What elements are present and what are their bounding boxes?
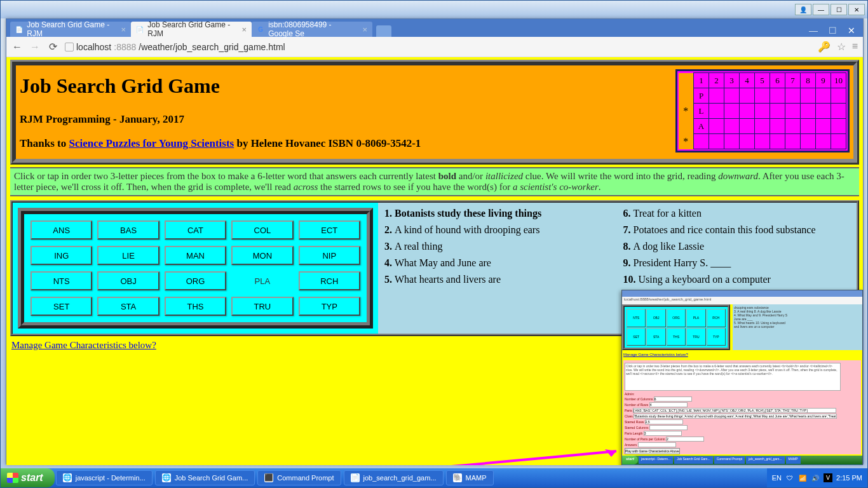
browser-minimize-button[interactable]: —	[804, 24, 822, 37]
taskbar-item[interactable]: 🌐Job Search Grid Gam...	[155, 470, 255, 485]
os-maximize-button[interactable]: ☐	[831, 4, 847, 15]
user-icon[interactable]: 👤	[795, 4, 811, 15]
word-part-button[interactable]: SET	[31, 297, 92, 316]
shield-icon[interactable]: 🛡	[785, 473, 794, 482]
word-part-button[interactable]: ANS	[31, 220, 92, 240]
close-icon[interactable]: ×	[362, 25, 367, 34]
grid-cell[interactable]	[816, 119, 831, 134]
grid-cell[interactable]	[816, 88, 831, 104]
taskbar-item[interactable]: 📄job_search_grid_gam...	[344, 470, 444, 485]
grid-cell[interactable]	[740, 104, 755, 119]
grid-cell[interactable]	[755, 88, 770, 104]
grid-cell[interactable]	[785, 88, 801, 104]
word-part-button[interactable]: THS	[165, 297, 226, 316]
browser-close-button[interactable]: ✕	[843, 24, 860, 37]
grid-cell[interactable]	[724, 119, 740, 134]
grid-cell[interactable]	[785, 104, 801, 119]
grid-cell[interactable]	[694, 134, 709, 149]
os-minimize-button[interactable]: —	[813, 4, 829, 15]
manage-characteristics-link[interactable]: Manage Game Characteristics below?	[11, 340, 156, 350]
system-tray[interactable]: EN 🛡 📶 🔊 Ⅴ 2:15 PM	[767, 468, 867, 487]
grid-cell[interactable]	[785, 134, 801, 149]
word-part-button[interactable]: COL	[231, 220, 293, 240]
clock[interactable]: 2:15 PM	[836, 474, 862, 482]
thanks-link[interactable]: Science Puzzles for Young Scientists	[69, 137, 234, 149]
overlay-part: STA	[646, 328, 665, 346]
browser-maximize-button[interactable]: ☐	[824, 24, 841, 37]
word-part-button[interactable]: MAN	[165, 246, 226, 265]
grid-cell[interactable]	[801, 134, 816, 149]
browser-tab[interactable]: 📄 Job Search Grid Game - RJM ×	[10, 22, 131, 37]
grid-cell[interactable]	[709, 134, 724, 149]
word-part-button[interactable]: TYP	[299, 297, 360, 316]
star-icon[interactable]: ☆	[837, 41, 846, 53]
app-tray-icon[interactable]: Ⅴ	[824, 473, 832, 482]
close-icon[interactable]: ×	[241, 25, 247, 34]
word-part-button[interactable]: ORG	[165, 271, 226, 290]
grid-cell[interactable]	[724, 134, 740, 149]
grid-cell[interactable]	[709, 119, 724, 134]
close-icon[interactable]: ×	[121, 25, 126, 34]
grid-cell[interactable]	[724, 88, 740, 104]
start-button[interactable]: start	[1, 468, 55, 487]
grid-cell[interactable]	[709, 104, 724, 119]
word-part-button[interactable]: NTS	[31, 271, 92, 290]
grid-cell[interactable]	[724, 104, 740, 119]
word-part-button[interactable]: ING	[31, 246, 92, 265]
grid-cell[interactable]	[709, 88, 724, 104]
overlay-parts-field	[633, 408, 836, 413]
word-part-button[interactable]: TRU	[231, 297, 293, 316]
browser-tab-active[interactable]: 📄 Job Search Grid Game - RJM ×	[131, 22, 252, 37]
word-part-button[interactable]: ECT	[299, 220, 360, 240]
grid-cell[interactable]: A	[694, 119, 709, 134]
reload-button[interactable]: ⟳	[47, 41, 58, 53]
browser-tab[interactable]: G isbn:0806958499 - Google Se ×	[252, 22, 372, 37]
url-field[interactable]: localhost:8888/weather/job_search_grid_g…	[65, 42, 811, 52]
back-button[interactable]: ←	[11, 41, 23, 53]
grid-cell[interactable]	[740, 119, 755, 134]
grid-cell[interactable]	[816, 134, 831, 149]
grid-cell[interactable]	[770, 134, 785, 149]
language-indicator[interactable]: EN	[772, 474, 782, 482]
os-close-button[interactable]: ✕	[848, 4, 865, 15]
word-part-button[interactable]: NIP	[299, 246, 360, 265]
grid-cell[interactable]	[801, 104, 816, 119]
grid-cell[interactable]: L	[694, 104, 709, 119]
grid-cell[interactable]	[770, 119, 785, 134]
grid-cell[interactable]	[831, 119, 846, 134]
word-part-button[interactable]: MON	[231, 246, 293, 265]
grid-cell[interactable]: P	[694, 88, 709, 104]
grid-cell[interactable]	[755, 119, 770, 134]
clue-item: 9. President Harry S. ____	[623, 257, 851, 269]
word-part-button[interactable]: STA	[97, 297, 159, 316]
site-info-icon[interactable]	[65, 43, 74, 51]
grid-cell[interactable]	[785, 119, 801, 134]
word-part-button[interactable]: OBJ	[97, 271, 159, 290]
volume-icon[interactable]: 🔊	[811, 473, 820, 482]
grid-cell[interactable]	[755, 104, 770, 119]
grid-cell[interactable]	[740, 134, 755, 149]
key-icon[interactable]: 🔑	[818, 41, 831, 53]
overlay-starred-rows	[645, 419, 683, 424]
taskbar-item[interactable]: 🌐javascript - Determin...	[56, 470, 153, 485]
word-part-button[interactable]: RCH	[299, 271, 360, 290]
grid-cell[interactable]	[770, 104, 785, 119]
grid-cell[interactable]	[801, 119, 816, 134]
grid-cell[interactable]	[755, 134, 770, 149]
grid-cell[interactable]	[831, 134, 846, 149]
new-tab-button[interactable]	[376, 25, 391, 37]
word-part-button[interactable]: LIE	[97, 246, 159, 265]
grid-cell[interactable]	[831, 88, 846, 104]
taskbar-item[interactable]: ⬛Command Prompt	[257, 470, 341, 485]
grid-cell[interactable]	[831, 104, 846, 119]
grid-cell[interactable]	[770, 88, 785, 104]
taskbar-item[interactable]: 🐘MAMP	[446, 470, 494, 485]
grid-cell[interactable]	[740, 88, 755, 104]
word-part-button[interactable]: BAS	[97, 220, 159, 240]
grid-cell[interactable]	[801, 88, 816, 104]
word-part-button[interactable]: CAT	[165, 220, 226, 240]
network-icon[interactable]: 📶	[798, 473, 807, 482]
grid-cell[interactable]	[816, 104, 831, 119]
forward-button[interactable]: →	[29, 41, 41, 53]
menu-icon[interactable]: ≡	[852, 41, 858, 53]
